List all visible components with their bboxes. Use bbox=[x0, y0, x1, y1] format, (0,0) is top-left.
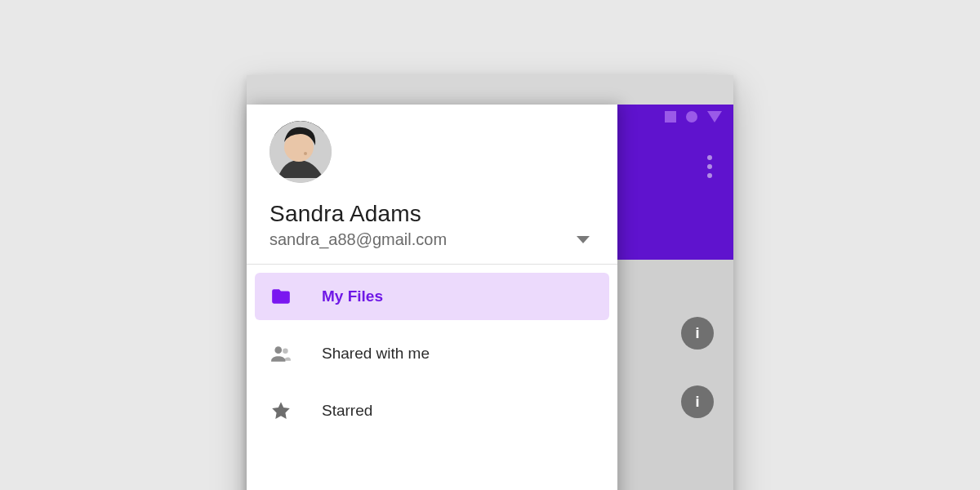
more-vert-icon bbox=[707, 173, 712, 178]
svg-point-4 bbox=[274, 346, 282, 354]
account-switcher-caret-icon[interactable] bbox=[577, 236, 590, 243]
account-name: Sandra Adams bbox=[270, 201, 595, 227]
navigation-drawer: Sandra Adams sandra_a88@gmail.com My Fil… bbox=[247, 105, 617, 490]
drawer-menu: My Files Shared with me Starred bbox=[247, 265, 617, 443]
folder-icon bbox=[270, 286, 292, 307]
drawer-item-label: Shared with me bbox=[322, 345, 430, 363]
status-bar bbox=[247, 75, 733, 105]
drawer-item-my-files[interactable]: My Files bbox=[255, 273, 609, 320]
avatar[interactable] bbox=[270, 121, 332, 183]
more-vert-icon bbox=[707, 155, 712, 160]
svg-point-3 bbox=[304, 152, 307, 155]
overflow-menu-button[interactable] bbox=[707, 155, 712, 178]
drawer-item-shared[interactable]: Shared with me bbox=[255, 330, 609, 377]
drawer-account-header: Sandra Adams sandra_a88@gmail.com bbox=[247, 105, 617, 265]
info-icon[interactable]: i bbox=[681, 317, 714, 350]
drawer-item-label: Starred bbox=[322, 402, 372, 420]
info-icon[interactable]: i bbox=[681, 385, 714, 418]
drawer-item-label: My Files bbox=[322, 287, 383, 305]
star-icon bbox=[270, 400, 292, 421]
nav-square-icon bbox=[665, 111, 676, 122]
system-nav-indicators bbox=[665, 111, 722, 122]
people-icon bbox=[270, 343, 292, 364]
phone-frame: i i bbox=[247, 75, 733, 490]
nav-triangle-icon bbox=[707, 111, 722, 122]
nav-circle-icon bbox=[686, 111, 697, 122]
account-email: sandra_a88@gmail.com bbox=[270, 230, 447, 249]
svg-point-5 bbox=[283, 349, 288, 354]
drawer-item-starred[interactable]: Starred bbox=[255, 387, 609, 434]
more-vert-icon bbox=[707, 164, 712, 169]
